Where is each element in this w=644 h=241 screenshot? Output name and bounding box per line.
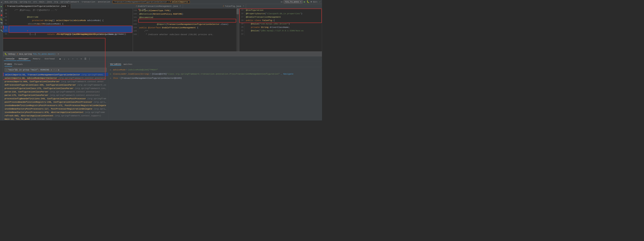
stack-frame-6[interactable]: parse:175, ConfigurationClassParser (org…	[3, 93, 108, 97]
tab-pane2[interactable]: J EnableTransactionManagement.java ×	[134, 4, 183, 8]
debug-tab-console[interactable]: Console	[4, 57, 16, 61]
scrollbar-thumb-pane2[interactable]	[236, 8, 239, 14]
sidebar-icon-tools[interactable]: 🔧	[0, 30, 3, 32]
git-checkmark[interactable]: ✓	[319, 0, 320, 3]
tab-pane3-close[interactable]: ×	[243, 5, 244, 7]
settings-btn[interactable]: ⋮	[88, 57, 92, 61]
frames-panel: Frames Threads ✓ "main"@1 in group "main…	[3, 62, 108, 120]
step-into-btn[interactable]: ↓	[67, 57, 70, 61]
breadcrumb-item-2[interactable]: src	[33, 1, 37, 3]
thread-dropdown-arrow[interactable]: ▾	[51, 69, 52, 71]
stack-frame-11[interactable]: invokeBeanFactoryPostProcessors:870, Abs…	[3, 110, 108, 114]
debug-session: mca_spring	[19, 53, 32, 55]
sidebar-icon-debug[interactable]: 🐛	[0, 18, 3, 20]
sidebar-icon-settings[interactable]: ⚙	[1, 26, 2, 28]
breadcrumb-item-8[interactable]: annotation	[98, 1, 110, 3]
variables-tab[interactable]: Variables	[110, 63, 121, 66]
thread-selector[interactable]: ✓ "main"@1 in group "main": RUNNING ▾ ↑ …	[4, 68, 107, 72]
threads-tab[interactable]: Threads	[14, 62, 23, 66]
evaluate-btn[interactable]: ≈	[79, 57, 83, 61]
console-label: Console	[6, 58, 14, 60]
tab-pane1-close[interactable]: ×	[68, 5, 69, 7]
stack-frame-9[interactable]: invokeBeanDefinitionRegistryPostProcesso…	[3, 103, 108, 107]
watches-tab[interactable]: Watches	[124, 63, 132, 65]
code-area-1: 40 /** 默认Proxy, 另一个是ASPECTJ ...*/ 48 @Ov…	[3, 8, 132, 51]
debug-tab-memory[interactable]: Memory	[31, 57, 42, 61]
stack-frame-7[interactable]: processConfigBeanDefinitions:349, Config…	[3, 97, 108, 100]
tab-separator-1	[71, 4, 71, 8]
tab-pane2-java-icon: J	[136, 5, 137, 7]
stack-frame-5[interactable]: parse:216, ConfigurationClassParser (org…	[3, 90, 108, 93]
sidebar-icon-reload[interactable]: ↺	[1, 1, 2, 3]
frames-tab[interactable]: Frames	[4, 62, 12, 66]
thread-nav-up[interactable]: ↑	[54, 69, 55, 71]
stack-frame-2[interactable]: processImports:669, ConfigurationClassPa…	[3, 79, 108, 83]
three-editor-panes: 40 /** 默认Proxy, 另一个是ASPECTJ ...*/ 48 @Ov…	[3, 8, 322, 51]
breadcrumb-item-4[interactable]: java	[47, 1, 52, 3]
code-line-21: 21 @Value("jdbc:mysql://127.0.0.1:3306/m…	[239, 29, 322, 32]
tab-pane3-label: TxConfig.java	[225, 5, 241, 7]
expand-icon-1[interactable]: ▷	[110, 72, 112, 76]
debug-icon: 🐛	[4, 53, 7, 55]
sidebar-icon-run[interactable]: ▶	[1, 5, 2, 8]
tab-pane2-close[interactable]: ×	[180, 5, 181, 7]
var-item-2: ▷ this = {TransactionManagementConfigura…	[108, 76, 322, 80]
code-area-2: ❶✓ 2▲▼ 159 @Target(ElementType.TYPE) 160…	[133, 8, 239, 51]
stack-frame-4[interactable]: processConfigurationClass:275, Configura…	[3, 86, 108, 90]
breadcrumb-item-1[interactable]: spring-tx	[20, 1, 31, 3]
stack-frame-13[interactable]: main:13, T21_Tx_anno (com.listao.test)	[3, 117, 108, 120]
breadcrumb-method-name: selectImports	[172, 1, 188, 3]
debug-panel: 🐛 Debug: ● mca_spring T21_Tx_anno.main()…	[3, 51, 322, 120]
tab-pane1-label: TransactionManagementConfigurationSelect…	[7, 5, 66, 7]
code-line-165: 165 /**	[133, 29, 239, 33]
sidebar-icon-camera[interactable]: 📷	[0, 22, 3, 24]
navigate-link[interactable]: … Navigate	[281, 72, 293, 76]
thread-filter[interactable]: ⚙	[58, 69, 59, 71]
debug-button[interactable]: 🐛	[306, 0, 310, 3]
debug-tab-debugger[interactable]: Debugger	[17, 57, 30, 61]
run-to-cursor-btn[interactable]: →	[75, 57, 79, 61]
frames-btn[interactable]: ☰	[84, 57, 87, 61]
expand-icon-2[interactable]: ▷	[110, 76, 112, 80]
expand-icon-0[interactable]: ▷	[110, 68, 112, 71]
debug-close[interactable]: ×	[58, 53, 59, 55]
tab-pane2-label: EnableTransactionManagement.java	[138, 5, 178, 7]
thread-nav-down[interactable]: ↓	[56, 69, 57, 71]
resume-btn[interactable]: ▶	[58, 57, 62, 61]
stack-frame-1[interactable]: selectImports:80, AdviceModeImportSelect…	[3, 76, 108, 79]
step-over-btn[interactable]: ↓	[62, 57, 66, 61]
sidebar-icon-pause[interactable]: ⏸	[0, 9, 3, 12]
breadcrumb-active-class[interactable]: TransactionManagementConfigurationSelect…	[113, 0, 190, 3]
breadcrumb-item-6[interactable]: springframework	[60, 1, 79, 3]
breadcrumb-item-5[interactable]: org	[54, 1, 58, 3]
debug-run-config[interactable]: T21_Tx_anno.main()	[33, 53, 56, 55]
overhead-label: Overhead	[45, 58, 55, 60]
step-out-btn[interactable]: ↑	[71, 57, 75, 61]
breadcrumb-item-3[interactable]: main	[39, 1, 44, 3]
code-line-16: 16 @PropertySource("classpath:db_tx.prop…	[239, 12, 322, 15]
breadcrumb-item-0[interactable]: mca_spring	[4, 1, 17, 3]
tab-pane3[interactable]: J TxConfig.java ×	[221, 4, 246, 8]
code-line-18: 18 public class TxConfig {	[239, 19, 322, 22]
run-config-selector[interactable]: T21_Tx_anno ▾	[284, 0, 302, 3]
run-button[interactable]: ▶	[304, 0, 305, 3]
code-line-19: 19 @Value("com.mysql.jdbc.Driver")	[239, 22, 322, 26]
breadcrumb-item-7[interactable]: transaction	[82, 1, 95, 3]
sidebar-icon-stop[interactable]: ⏹	[0, 14, 3, 17]
scrollbar-pane2[interactable]	[236, 8, 239, 51]
stack-frame-12[interactable]: refresh:603, AbstractApplicationContext …	[3, 114, 108, 117]
code-line-48: 48 @Override	[3, 12, 132, 15]
debug-tab-overhead[interactable]: Overhead	[43, 57, 56, 61]
left-sidebar: ↺ ▶ ⏸ ⏹ 🐛 📷 ⚙ 🔧	[0, 0, 3, 120]
code-line-159: 159 @Target(ElementType.TYPE)	[133, 9, 239, 12]
tab-pane3-java-icon: J	[223, 5, 224, 7]
build-button[interactable]: ⚙	[310, 0, 312, 3]
stack-frame-10[interactable]: invokeBeanFactoryPostProcessors:117, Pos…	[3, 107, 108, 110]
editors-section: J TransactionManagementConfigurationSele…	[3, 4, 322, 51]
tab-bar: J TransactionManagementConfigurationSele…	[3, 4, 322, 8]
stack-frame-0[interactable]: selectImports:53, TransactionManagementC…	[3, 73, 108, 76]
stack-frame-8[interactable]: postProcessBeanDefinitionRegistry:240, C…	[3, 100, 108, 103]
stack-frame-3[interactable]: doProcessConfigurationClass:355, Configu…	[3, 83, 108, 86]
nav-back-icon[interactable]: ⟵	[281, 0, 282, 3]
tab-pane1[interactable]: J TransactionManagementConfigurationSele…	[3, 4, 71, 8]
